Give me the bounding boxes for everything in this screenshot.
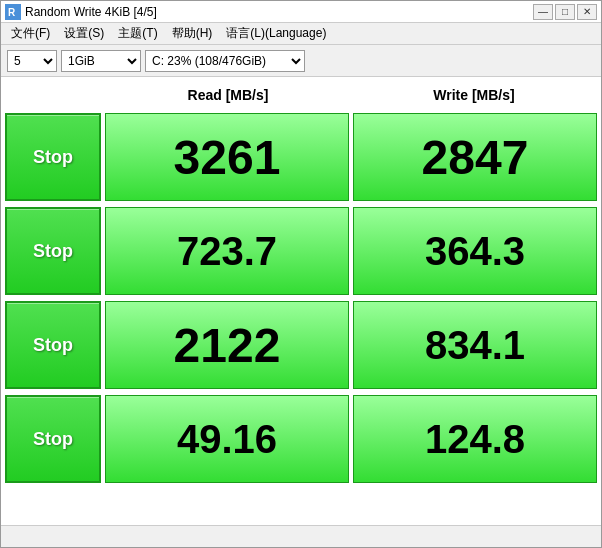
queue-depth-select[interactable]: 5 1 2 3 4 8 16 32 <box>7 50 57 72</box>
menu-bar: 文件(F) 设置(S) 主题(T) 帮助(H) 语言(L)(Language) <box>1 23 601 45</box>
menu-theme[interactable]: 主题(T) <box>112 23 163 44</box>
read-value-2: 723.7 <box>105 207 349 295</box>
close-button[interactable]: ✕ <box>577 4 597 20</box>
menu-file[interactable]: 文件(F) <box>5 23 56 44</box>
maximize-button[interactable]: □ <box>555 4 575 20</box>
data-row-1: Stop 3261 2847 <box>5 111 597 203</box>
stop-button-3[interactable]: Stop <box>5 301 101 389</box>
read-value-4: 49.16 <box>105 395 349 483</box>
stop-button-1[interactable]: Stop <box>5 113 101 201</box>
read-value-1: 3261 <box>105 113 349 201</box>
write-value-4: 124.8 <box>353 395 597 483</box>
block-size-select[interactable]: 1GiB 512MiB 256MiB 128MiB <box>61 50 141 72</box>
write-header: Write [MB/s] <box>351 87 597 103</box>
title-bar-left: R Random Write 4KiB [4/5] <box>5 4 157 20</box>
read-value-3: 2122 <box>105 301 349 389</box>
main-window: R Random Write 4KiB [4/5] — □ ✕ 文件(F) 设置… <box>0 0 602 548</box>
title-bar: R Random Write 4KiB [4/5] — □ ✕ <box>1 1 601 23</box>
read-header: Read [MB/s] <box>105 87 351 103</box>
menu-language[interactable]: 语言(L)(Language) <box>220 23 332 44</box>
write-value-1: 2847 <box>353 113 597 201</box>
stop-button-2[interactable]: Stop <box>5 207 101 295</box>
status-bar <box>1 525 601 547</box>
svg-text:R: R <box>8 7 16 18</box>
window-controls: — □ ✕ <box>533 4 597 20</box>
menu-help[interactable]: 帮助(H) <box>166 23 219 44</box>
drive-select[interactable]: C: 23% (108/476GiB) <box>145 50 305 72</box>
write-value-3: 834.1 <box>353 301 597 389</box>
header-row: Read [MB/s] Write [MB/s] <box>5 81 597 109</box>
data-row-3: Stop 2122 834.1 <box>5 299 597 391</box>
main-content: Read [MB/s] Write [MB/s] Stop 3261 2847 … <box>1 77 601 525</box>
app-icon: R <box>5 4 21 20</box>
menu-settings[interactable]: 设置(S) <box>58 23 110 44</box>
data-row-4: Stop 49.16 124.8 <box>5 393 597 485</box>
stop-button-4[interactable]: Stop <box>5 395 101 483</box>
toolbar: 5 1 2 3 4 8 16 32 1GiB 512MiB 256MiB 128… <box>1 45 601 77</box>
data-row-2: Stop 723.7 364.3 <box>5 205 597 297</box>
write-value-2: 364.3 <box>353 207 597 295</box>
minimize-button[interactable]: — <box>533 4 553 20</box>
window-title: Random Write 4KiB [4/5] <box>25 5 157 19</box>
